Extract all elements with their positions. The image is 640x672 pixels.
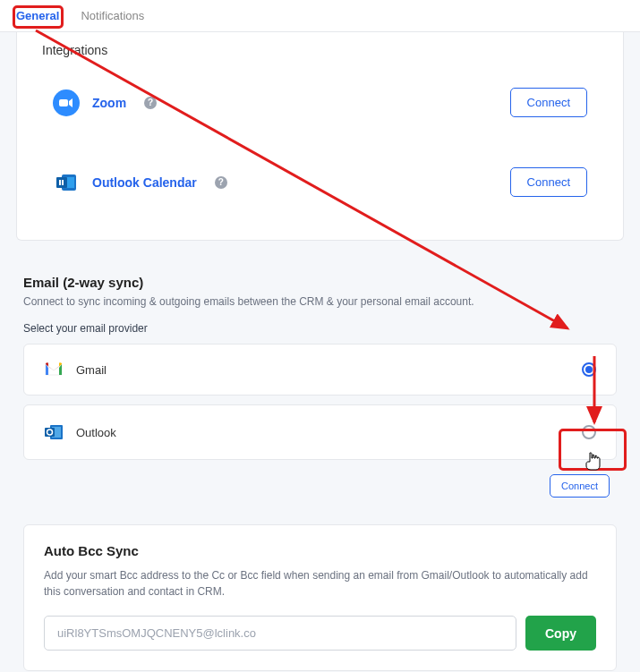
- outlook-icon: [44, 423, 64, 441]
- bcc-title: Auto Bcc Sync: [44, 543, 596, 558]
- svg-rect-0: [59, 99, 68, 106]
- provider-label: Select your email provider: [16, 322, 624, 344]
- outlook-calendar-icon: [53, 169, 80, 196]
- tabs-bar: General Notifications: [0, 0, 640, 32]
- integration-outlook-cal-left: Outlook Calendar ?: [53, 169, 227, 196]
- help-icon[interactable]: ?: [144, 97, 157, 109]
- integration-zoom-row: Zoom ? Connect: [17, 63, 623, 142]
- email-connect-button[interactable]: Connect: [550, 474, 610, 498]
- email-connect-wrap: Connect: [16, 469, 624, 514]
- email-sync-section: Email (2-way sync) Connect to sync incom…: [16, 257, 624, 672]
- provider-outlook-row[interactable]: Outlook: [23, 404, 617, 460]
- email-sync-heading: Email (2-way sync): [16, 275, 624, 295]
- zoom-icon: [53, 89, 80, 116]
- radio-gmail[interactable]: [582, 362, 596, 377]
- zoom-title: Zoom: [92, 96, 126, 110]
- provider-outlook-name: Outlook: [76, 426, 116, 439]
- help-icon[interactable]: ?: [215, 176, 227, 189]
- copy-button[interactable]: Copy: [525, 616, 596, 651]
- integrations-card: Integrations Zoom ? Connect Outlook Cale…: [16, 32, 624, 241]
- gmail-icon: [44, 362, 64, 377]
- svg-rect-5: [62, 180, 64, 185]
- outlook-calendar-title: Outlook Calendar: [92, 175, 197, 190]
- provider-gmail-row[interactable]: Gmail: [23, 344, 617, 396]
- bcc-card: Auto Bcc Sync Add your smart Bcc address…: [23, 524, 617, 671]
- zoom-connect-button[interactable]: Connect: [510, 88, 587, 117]
- integration-outlook-cal-row: Outlook Calendar ? Connect: [17, 142, 623, 222]
- bcc-desc: Add your smart Bcc address to the Cc or …: [44, 567, 596, 600]
- integration-zoom-left: Zoom ?: [53, 89, 157, 116]
- tab-general[interactable]: General: [16, 2, 59, 30]
- svg-rect-4: [59, 180, 61, 185]
- tab-notifications[interactable]: Notifications: [81, 2, 144, 30]
- provider-gmail-name: Gmail: [76, 363, 107, 377]
- email-sync-desc: Connect to sync incoming & outgoing emai…: [16, 295, 624, 322]
- radio-outlook[interactable]: [582, 425, 596, 439]
- outlook-calendar-connect-button[interactable]: Connect: [510, 167, 587, 197]
- integrations-heading: Integrations: [17, 32, 623, 63]
- bcc-address-input[interactable]: [44, 616, 516, 651]
